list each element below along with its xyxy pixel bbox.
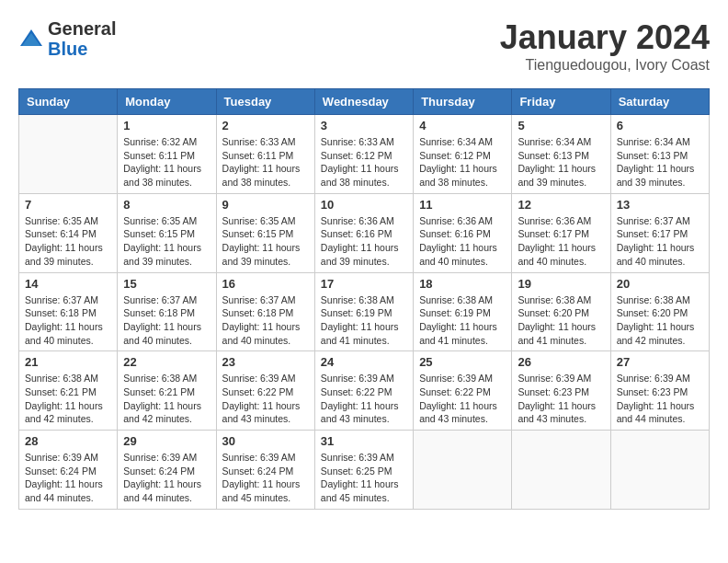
day-number: 23 (222, 355, 309, 369)
calendar-week-2: 7 Sunrise: 6:35 AM Sunset: 6:14 PM Dayli… (19, 193, 710, 272)
day-number: 11 (419, 198, 506, 212)
day-info: Sunrise: 6:33 AM Sunset: 6:11 PM Dayligh… (222, 135, 309, 190)
sunrise: Sunrise: 6:39 AM (222, 452, 296, 463)
sunrise: Sunrise: 6:39 AM (617, 373, 690, 384)
day-number: 9 (222, 198, 309, 212)
day-info: Sunrise: 6:36 AM Sunset: 6:16 PM Dayligh… (419, 214, 506, 269)
daylight: Daylight: 11 hours and 43 minutes. (419, 400, 497, 425)
day-number: 15 (123, 277, 210, 291)
sunset: Sunset: 6:12 PM (321, 150, 392, 161)
page-header: General Blue January 2024 Tienguedougou,… (18, 18, 710, 74)
day-info: Sunrise: 6:39 AM Sunset: 6:24 PM Dayligh… (123, 451, 210, 505)
day-number: 24 (321, 355, 407, 369)
sunrise: Sunrise: 6:33 AM (222, 136, 296, 147)
sunrise: Sunrise: 6:39 AM (321, 373, 394, 384)
daylight: Daylight: 11 hours and 40 minutes. (419, 242, 497, 267)
sunrise: Sunrise: 6:35 AM (25, 215, 98, 226)
sunset: Sunset: 6:24 PM (222, 465, 294, 477)
day-number: 2 (222, 119, 309, 132)
day-number: 25 (419, 355, 506, 369)
calendar-cell: 13 Sunrise: 6:37 AM Sunset: 6:17 PM Dayl… (610, 193, 709, 272)
day-info: Sunrise: 6:35 AM Sunset: 6:15 PM Dayligh… (222, 214, 309, 269)
sunrise: Sunrise: 6:38 AM (25, 373, 98, 384)
calendar-cell: 4 Sunrise: 6:34 AM Sunset: 6:12 PM Dayli… (414, 115, 512, 194)
logo-text: General Blue (48, 18, 116, 59)
sunset: Sunset: 6:25 PM (321, 465, 392, 477)
sunrise: Sunrise: 6:33 AM (321, 136, 394, 147)
daylight: Daylight: 11 hours and 38 minutes. (222, 163, 301, 188)
sunset: Sunset: 6:18 PM (222, 307, 294, 318)
day-number: 17 (321, 277, 407, 291)
day-info: Sunrise: 6:32 AM Sunset: 6:11 PM Dayligh… (123, 135, 210, 190)
day-info: Sunrise: 6:39 AM Sunset: 6:24 PM Dayligh… (222, 451, 309, 505)
day-number: 27 (617, 355, 703, 369)
sunrise: Sunrise: 6:32 AM (123, 136, 197, 147)
daylight: Daylight: 11 hours and 39 minutes. (518, 163, 596, 188)
day-number: 19 (518, 277, 604, 291)
sunrise: Sunrise: 6:35 AM (123, 215, 197, 226)
daylight: Daylight: 11 hours and 41 minutes. (419, 321, 497, 346)
day-number: 10 (321, 198, 407, 212)
day-info: Sunrise: 6:34 AM Sunset: 6:13 PM Dayligh… (617, 135, 703, 190)
calendar-cell: 5 Sunrise: 6:34 AM Sunset: 6:13 PM Dayli… (512, 115, 610, 194)
daylight: Daylight: 11 hours and 38 minutes. (419, 163, 497, 188)
calendar-cell: 23 Sunrise: 6:39 AM Sunset: 6:22 PM Dayl… (216, 351, 314, 431)
calendar-cell: 7 Sunrise: 6:35 AM Sunset: 6:14 PM Dayli… (19, 193, 118, 272)
daylight: Daylight: 11 hours and 42 minutes. (25, 400, 103, 425)
weekday-header-row: SundayMondayTuesdayWednesdayThursdayFrid… (19, 89, 710, 115)
sunrise: Sunrise: 6:38 AM (617, 294, 690, 305)
logo-general: General (48, 18, 116, 39)
weekday-saturday: Saturday (610, 89, 709, 115)
calendar-week-5: 28 Sunrise: 6:39 AM Sunset: 6:24 PM Dayl… (19, 431, 710, 510)
calendar-cell: 18 Sunrise: 6:38 AM Sunset: 6:19 PM Dayl… (414, 272, 512, 351)
day-info: Sunrise: 6:39 AM Sunset: 6:23 PM Dayligh… (518, 372, 604, 426)
sunset: Sunset: 6:22 PM (222, 386, 294, 397)
day-info: Sunrise: 6:36 AM Sunset: 6:16 PM Dayligh… (321, 214, 407, 269)
sunrise: Sunrise: 6:34 AM (518, 136, 591, 147)
sunset: Sunset: 6:24 PM (123, 465, 195, 477)
day-number: 21 (25, 355, 111, 369)
day-info: Sunrise: 6:33 AM Sunset: 6:12 PM Dayligh… (321, 135, 407, 190)
calendar-cell: 2 Sunrise: 6:33 AM Sunset: 6:11 PM Dayli… (216, 115, 314, 194)
day-info: Sunrise: 6:39 AM Sunset: 6:22 PM Dayligh… (321, 372, 407, 426)
sunrise: Sunrise: 6:39 AM (321, 452, 394, 463)
sunset: Sunset: 6:21 PM (25, 386, 97, 397)
sunset: Sunset: 6:24 PM (25, 465, 97, 477)
sunrise: Sunrise: 6:39 AM (123, 452, 197, 463)
daylight: Daylight: 11 hours and 39 minutes. (25, 242, 103, 267)
daylight: Daylight: 11 hours and 40 minutes. (123, 321, 201, 346)
calendar-cell: 26 Sunrise: 6:39 AM Sunset: 6:23 PM Dayl… (512, 351, 610, 431)
day-info: Sunrise: 6:37 AM Sunset: 6:18 PM Dayligh… (25, 293, 111, 348)
day-number: 3 (321, 119, 407, 132)
daylight: Daylight: 11 hours and 40 minutes. (518, 242, 596, 267)
day-number: 1 (123, 119, 210, 132)
sunset: Sunset: 6:13 PM (518, 150, 589, 161)
calendar-cell: 25 Sunrise: 6:39 AM Sunset: 6:22 PM Dayl… (414, 351, 512, 431)
day-info: Sunrise: 6:39 AM Sunset: 6:22 PM Dayligh… (222, 372, 309, 426)
daylight: Daylight: 11 hours and 40 minutes. (617, 242, 695, 267)
daylight: Daylight: 11 hours and 44 minutes. (25, 478, 103, 503)
calendar-cell: 10 Sunrise: 6:36 AM Sunset: 6:16 PM Dayl… (314, 193, 413, 272)
day-number: 13 (617, 198, 703, 212)
page-title: January 2024 (500, 18, 710, 57)
page-subtitle: Tienguedougou, Ivory Coast (500, 57, 710, 74)
daylight: Daylight: 11 hours and 40 minutes. (25, 321, 103, 346)
sunrise: Sunrise: 6:37 AM (222, 294, 296, 305)
day-info: Sunrise: 6:39 AM Sunset: 6:24 PM Dayligh… (25, 451, 111, 505)
calendar-cell (414, 431, 512, 510)
day-number: 12 (518, 198, 604, 212)
day-number: 31 (321, 434, 407, 448)
day-number: 4 (419, 119, 506, 132)
calendar-cell: 17 Sunrise: 6:38 AM Sunset: 6:19 PM Dayl… (314, 272, 413, 351)
weekday-friday: Friday (512, 89, 610, 115)
daylight: Daylight: 11 hours and 42 minutes. (617, 321, 695, 346)
day-info: Sunrise: 6:38 AM Sunset: 6:19 PM Dayligh… (321, 293, 407, 348)
calendar-cell (610, 431, 709, 510)
sunset: Sunset: 6:22 PM (419, 386, 491, 397)
sunrise: Sunrise: 6:38 AM (518, 294, 591, 305)
calendar-cell: 1 Sunrise: 6:32 AM Sunset: 6:11 PM Dayli… (118, 115, 216, 194)
day-number: 7 (25, 198, 111, 212)
sunrise: Sunrise: 6:39 AM (419, 373, 493, 384)
sunrise: Sunrise: 6:37 AM (617, 215, 690, 226)
day-number: 8 (123, 198, 210, 212)
